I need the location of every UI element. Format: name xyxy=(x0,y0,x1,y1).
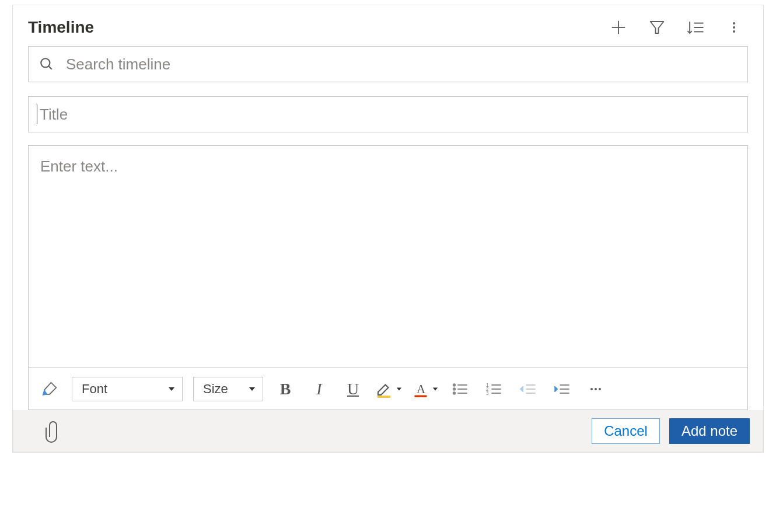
timeline-header-actions xyxy=(608,17,748,38)
search-icon xyxy=(39,57,54,72)
plus-icon xyxy=(610,19,627,36)
search-box[interactable] xyxy=(28,46,748,82)
svg-text:3: 3 xyxy=(486,391,489,396)
font-color-icon: A xyxy=(413,380,429,398)
bold-button[interactable]: B xyxy=(274,377,297,401)
svg-rect-14 xyxy=(377,396,391,398)
note-footer: Cancel Add note xyxy=(13,410,763,452)
svg-point-21 xyxy=(453,388,456,390)
funnel-icon xyxy=(648,19,666,36)
svg-point-10 xyxy=(41,58,50,67)
note-title-box[interactable] xyxy=(28,96,748,132)
more-formatting-button[interactable] xyxy=(584,377,607,401)
underline-icon: U xyxy=(347,380,359,398)
svg-point-7 xyxy=(733,22,735,24)
numbered-list-button[interactable]: 1 2 3 xyxy=(483,377,506,401)
caret-down-icon xyxy=(249,386,256,393)
more-commands-button[interactable] xyxy=(723,17,744,38)
svg-rect-17 xyxy=(415,395,427,397)
svg-marker-13 xyxy=(249,387,255,391)
svg-point-19 xyxy=(453,384,456,386)
format-painter-button[interactable] xyxy=(38,377,61,401)
timeline-header: Timeline xyxy=(28,17,748,38)
svg-point-8 xyxy=(733,26,735,29)
attach-file-button[interactable] xyxy=(45,419,59,443)
svg-marker-18 xyxy=(433,387,438,390)
svg-marker-12 xyxy=(169,387,174,391)
svg-point-37 xyxy=(590,388,593,390)
timeline-title: Timeline xyxy=(28,18,94,37)
ellipsis-icon xyxy=(588,382,604,396)
add-note-button[interactable]: Add note xyxy=(669,418,750,444)
svg-marker-2 xyxy=(651,22,664,33)
caret-down-icon xyxy=(396,386,402,392)
filter-button[interactable] xyxy=(646,17,667,38)
rte-toolbar: Font Size B I U xyxy=(29,368,747,410)
note-body[interactable]: Enter text... xyxy=(29,146,747,368)
highlighter-icon xyxy=(375,380,393,398)
bulleted-list-button[interactable] xyxy=(449,377,472,401)
font-family-select[interactable]: Font xyxy=(72,377,183,401)
svg-point-39 xyxy=(599,388,601,390)
decrease-indent-button[interactable] xyxy=(516,377,540,401)
kebab-icon xyxy=(727,19,741,36)
caret-down-icon xyxy=(168,386,175,393)
text-caret xyxy=(37,104,37,124)
paint-brush-icon xyxy=(41,380,58,398)
note-editor: Enter text... Font Size B I xyxy=(28,145,748,410)
font-color-button[interactable]: A xyxy=(413,377,438,401)
caret-down-icon xyxy=(432,386,438,392)
numbered-list-icon: 1 2 3 xyxy=(486,382,502,396)
highlight-color-button[interactable] xyxy=(375,377,402,401)
font-family-label: Font xyxy=(82,382,107,397)
outdent-icon xyxy=(519,382,537,396)
font-size-label: Size xyxy=(203,382,228,397)
increase-indent-button[interactable] xyxy=(550,377,574,401)
svg-point-9 xyxy=(733,30,735,33)
underline-button[interactable]: U xyxy=(341,377,365,401)
indent-icon xyxy=(553,382,571,396)
sort-button[interactable] xyxy=(685,17,706,38)
svg-point-23 xyxy=(453,392,456,394)
italic-button[interactable]: I xyxy=(307,377,331,401)
search-input[interactable] xyxy=(65,55,737,74)
svg-marker-15 xyxy=(397,387,401,390)
add-record-button[interactable] xyxy=(608,17,629,38)
footer-actions: Cancel Add note xyxy=(592,418,750,444)
bold-icon: B xyxy=(280,380,291,398)
timeline-panel: Timeline xyxy=(12,5,764,453)
font-size-select[interactable]: Size xyxy=(193,377,263,401)
svg-text:A: A xyxy=(417,382,426,396)
cancel-button[interactable]: Cancel xyxy=(592,418,660,444)
svg-point-38 xyxy=(595,388,597,390)
bullet-list-icon xyxy=(452,382,469,396)
svg-line-11 xyxy=(48,66,51,69)
note-title-input[interactable] xyxy=(39,105,739,124)
paperclip-icon xyxy=(45,419,59,443)
sort-icon xyxy=(686,19,705,36)
italic-icon: I xyxy=(316,380,321,398)
